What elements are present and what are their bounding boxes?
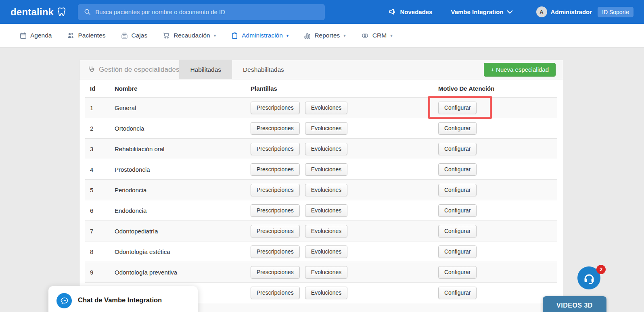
column-header-plantillas: Plantillas bbox=[251, 85, 438, 92]
table-row: 5 Periodoncia Prescripciones Evoluciones… bbox=[85, 180, 557, 200]
nav-item-reportes[interactable]: Reportes ▾ bbox=[303, 32, 345, 40]
prescriptions-button[interactable]: Prescripciones bbox=[251, 163, 300, 176]
chevron-down-icon: ▾ bbox=[390, 33, 393, 38]
configure-button[interactable]: Configurar bbox=[438, 287, 477, 299]
row-id: 3 bbox=[90, 146, 115, 152]
id-soporte-badge[interactable]: ID Soporte bbox=[598, 7, 634, 17]
nav-label: Pacientes bbox=[78, 32, 105, 39]
prescriptions-button[interactable]: Prescripciones bbox=[251, 225, 300, 237]
nav-label: Reportes bbox=[314, 32, 340, 39]
calendar-icon bbox=[19, 32, 27, 40]
tab-habilitadas[interactable]: Habilitadas bbox=[179, 60, 232, 79]
evolutions-button[interactable]: Evoluciones bbox=[305, 143, 348, 155]
nav-label: Agenda bbox=[30, 32, 52, 39]
configure-button[interactable]: Configurar bbox=[438, 225, 477, 237]
row-name: Periodoncia bbox=[115, 187, 251, 193]
prescriptions-button[interactable]: Prescripciones bbox=[251, 184, 300, 196]
row-id: 2 bbox=[90, 125, 115, 132]
table-row: 9 Odontología preventiva Prescripciones … bbox=[85, 262, 557, 283]
main-nav: Agenda Pacientes Cajas Recaudación ▾ bbox=[0, 24, 644, 48]
evolutions-button[interactable]: Evoluciones bbox=[305, 245, 348, 258]
new-specialty-button[interactable]: + Nueva especialidad bbox=[484, 63, 556, 77]
nav-label: Administración bbox=[242, 32, 283, 39]
table-row: 2 Ortodoncia Prescripciones Evoluciones … bbox=[85, 118, 557, 139]
prescriptions-button[interactable]: Prescripciones bbox=[251, 287, 300, 299]
configure-button[interactable]: Configurar bbox=[438, 245, 477, 258]
user-menu[interactable]: A Administrador bbox=[536, 6, 592, 17]
chat-widget[interactable]: Chat de Vambe Integration bbox=[48, 286, 198, 312]
row-id: 8 bbox=[90, 248, 115, 255]
avatar: A bbox=[536, 6, 547, 17]
evolutions-button[interactable]: Evoluciones bbox=[305, 287, 348, 299]
table-row: 3 Rehabilitación oral Prescripciones Evo… bbox=[85, 139, 557, 159]
chat-widget-label: Chat de Vambe Integration bbox=[78, 296, 162, 304]
tab-deshabilitadas[interactable]: Deshabilitadas bbox=[232, 60, 295, 79]
column-header-id: Id bbox=[90, 85, 115, 92]
search-input[interactable] bbox=[95, 8, 319, 15]
prescriptions-button[interactable]: Prescripciones bbox=[251, 102, 300, 114]
chevron-down-icon: ▾ bbox=[214, 33, 216, 38]
row-name: Odontopediatría bbox=[115, 228, 251, 235]
row-id: 7 bbox=[90, 228, 115, 235]
account-menu[interactable]: Vambe Integration bbox=[451, 8, 513, 15]
row-name: General bbox=[115, 104, 251, 111]
clipboard-icon bbox=[231, 32, 238, 40]
evolutions-button[interactable]: Evoluciones bbox=[305, 163, 348, 176]
nav-item-agenda[interactable]: Agenda bbox=[19, 32, 52, 40]
novedades-label: Novedades bbox=[400, 8, 432, 15]
configure-button[interactable]: Configurar bbox=[438, 184, 477, 196]
novedades-button[interactable]: Novedades bbox=[388, 8, 432, 16]
configure-button[interactable]: Configurar bbox=[438, 143, 477, 155]
chevron-down-icon: ▾ bbox=[286, 33, 289, 38]
prescriptions-button[interactable]: Prescripciones bbox=[251, 122, 300, 135]
table-row: 1 General Prescripciones Evoluciones Con… bbox=[85, 98, 557, 118]
cart-icon bbox=[162, 31, 170, 40]
table-header-row: Id Nombre Plantillas Motivo De Atención bbox=[85, 79, 557, 98]
nav-item-pacientes[interactable]: Pacientes bbox=[67, 31, 105, 40]
notification-badge: 2 bbox=[596, 265, 606, 274]
configure-button[interactable]: Configurar bbox=[438, 163, 477, 176]
chevron-down-icon: ▾ bbox=[343, 33, 346, 38]
patients-icon bbox=[67, 31, 75, 40]
configure-button[interactable]: Configurar bbox=[438, 102, 477, 114]
search-icon bbox=[84, 8, 91, 16]
patient-search bbox=[78, 4, 325, 20]
configure-button[interactable]: Configurar bbox=[438, 122, 477, 135]
evolutions-button[interactable]: Evoluciones bbox=[305, 184, 348, 196]
headset-icon bbox=[583, 272, 596, 285]
prescriptions-button[interactable]: Prescripciones bbox=[251, 143, 300, 155]
configure-button[interactable]: Configurar bbox=[438, 266, 477, 279]
chat-bubble-icon bbox=[56, 293, 72, 308]
bar-chart-icon bbox=[303, 32, 311, 40]
row-name: Ortodoncia bbox=[115, 125, 251, 132]
evolutions-button[interactable]: Evoluciones bbox=[305, 266, 348, 279]
row-name: Prostodoncia bbox=[115, 166, 251, 173]
specialties-panel: Gestión de especialidades Habilitadas De… bbox=[79, 60, 563, 312]
column-header-nombre: Nombre bbox=[115, 85, 251, 92]
nav-item-crm[interactable]: CRM ▾ bbox=[361, 31, 393, 40]
configure-button[interactable]: Configurar bbox=[438, 204, 477, 217]
table-row: 4 Prostodoncia Prescripciones Evolucione… bbox=[85, 159, 557, 180]
dentalink-logo[interactable]: dentalink bbox=[10, 6, 67, 18]
prescriptions-button[interactable]: Prescripciones bbox=[251, 266, 300, 279]
videos-3d-button[interactable]: VIDEOS 3D bbox=[543, 296, 606, 312]
megaphone-icon bbox=[388, 8, 397, 16]
nav-item-administracion[interactable]: Administración ▾ bbox=[231, 32, 289, 40]
evolutions-button[interactable]: Evoluciones bbox=[305, 122, 348, 135]
nav-item-cajas[interactable]: Cajas bbox=[121, 32, 148, 40]
support-fab[interactable]: 2 bbox=[577, 266, 600, 289]
evolutions-button[interactable]: Evoluciones bbox=[305, 225, 348, 237]
cash-register-icon bbox=[121, 32, 128, 40]
link-rings-icon bbox=[361, 31, 369, 40]
logo-text: dentalink bbox=[10, 6, 54, 18]
evolutions-button[interactable]: Evoluciones bbox=[305, 102, 348, 114]
prescriptions-button[interactable]: Prescripciones bbox=[251, 204, 300, 217]
prescriptions-button[interactable]: Prescripciones bbox=[251, 245, 300, 258]
nav-label: Recaudación bbox=[174, 32, 210, 39]
nav-item-recaudacion[interactable]: Recaudación ▾ bbox=[162, 31, 216, 40]
row-id: 6 bbox=[90, 207, 115, 214]
account-name: Vambe Integration bbox=[451, 8, 504, 15]
evolutions-button[interactable]: Evoluciones bbox=[305, 204, 348, 217]
row-id: 9 bbox=[90, 269, 115, 276]
table-row: 8 Odontología estética Prescripciones Ev… bbox=[85, 241, 557, 262]
